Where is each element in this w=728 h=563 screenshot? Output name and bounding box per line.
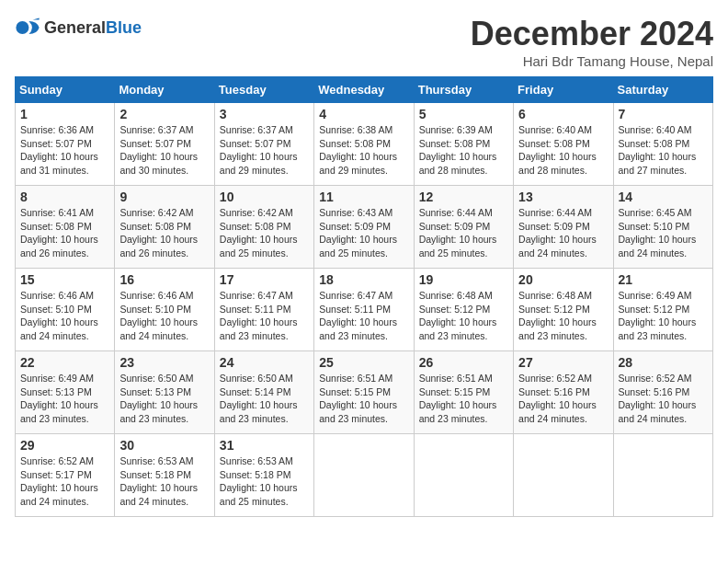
day-info: Sunrise: 6:46 AM Sunset: 5:10 PM Dayligh…	[20, 289, 109, 343]
sunrise-text: Sunrise: 6:53 AM	[220, 455, 293, 466]
sunset-text: Sunset: 5:08 PM	[119, 221, 191, 232]
sunrise-text: Sunrise: 6:40 AM	[518, 124, 592, 135]
calendar-week-row: 22 Sunrise: 6:49 AM Sunset: 5:13 PM Dayl…	[16, 351, 713, 434]
sunset-text: Sunset: 5:10 PM	[119, 304, 191, 315]
calendar-week-row: 15 Sunrise: 6:46 AM Sunset: 5:10 PM Dayl…	[16, 269, 713, 351]
day-number: 20	[518, 272, 608, 287]
day-number: 28	[619, 355, 708, 370]
sunset-text: Sunset: 5:10 PM	[20, 304, 92, 315]
sunset-text: Sunset: 5:10 PM	[619, 221, 690, 232]
sunrise-text: Sunrise: 6:53 AM	[119, 455, 193, 466]
sunrise-text: Sunrise: 6:40 AM	[619, 124, 692, 135]
sunset-text: Sunset: 5:12 PM	[518, 304, 590, 315]
day-number: 11	[319, 190, 408, 204]
day-number: 25	[319, 355, 408, 370]
sunset-text: Sunset: 5:08 PM	[220, 221, 291, 232]
sunset-text: Sunset: 5:17 PM	[20, 469, 92, 480]
calendar-cell: 30 Sunrise: 6:53 AM Sunset: 5:18 PM Dayl…	[115, 434, 214, 517]
sunrise-text: Sunrise: 6:42 AM	[119, 207, 193, 218]
sunset-text: Sunset: 5:12 PM	[419, 304, 491, 315]
sunset-text: Sunset: 5:12 PM	[619, 304, 690, 315]
day-number: 17	[220, 272, 309, 287]
sunrise-text: Sunrise: 6:38 AM	[319, 124, 392, 135]
sunset-text: Sunset: 5:18 PM	[220, 469, 291, 480]
sunrise-text: Sunrise: 6:45 AM	[619, 207, 692, 218]
calendar-table: Sunday Monday Tuesday Wednesday Thursday…	[15, 76, 713, 517]
daylight-text: Daylight: 10 hours and 31 minutes.	[20, 151, 98, 176]
sunrise-text: Sunrise: 6:51 AM	[319, 373, 392, 384]
day-number: 27	[518, 355, 608, 370]
day-number: 10	[220, 190, 309, 204]
sunset-text: Sunset: 5:09 PM	[518, 221, 590, 232]
daylight-text: Daylight: 10 hours and 28 minutes.	[518, 151, 597, 176]
sunrise-text: Sunrise: 6:49 AM	[619, 290, 692, 301]
day-info: Sunrise: 6:51 AM Sunset: 5:15 PM Dayligh…	[319, 372, 408, 426]
day-number: 30	[119, 438, 209, 453]
day-number: 18	[319, 272, 408, 287]
sunrise-text: Sunrise: 6:52 AM	[518, 373, 592, 384]
day-number: 12	[419, 190, 508, 204]
daylight-text: Daylight: 10 hours and 24 minutes.	[619, 399, 697, 424]
sunset-text: Sunset: 5:15 PM	[319, 386, 391, 397]
sunset-text: Sunset: 5:11 PM	[220, 304, 291, 315]
calendar-cell: 31 Sunrise: 6:53 AM Sunset: 5:18 PM Dayl…	[214, 434, 313, 517]
calendar-cell: 4 Sunrise: 6:38 AM Sunset: 5:08 PM Dayli…	[314, 103, 414, 186]
header: GeneralBlue December 2024 Hari Bdr Taman…	[15, 15, 713, 69]
sunrise-text: Sunrise: 6:46 AM	[20, 290, 94, 301]
day-number: 6	[518, 107, 608, 121]
sunset-text: Sunset: 5:08 PM	[319, 138, 391, 149]
calendar-cell: 12 Sunrise: 6:44 AM Sunset: 5:09 PM Dayl…	[414, 186, 513, 269]
day-number: 26	[419, 355, 508, 370]
day-number: 14	[619, 190, 708, 204]
day-info: Sunrise: 6:48 AM Sunset: 5:12 PM Dayligh…	[419, 289, 508, 343]
calendar-cell: 11 Sunrise: 6:43 AM Sunset: 5:09 PM Dayl…	[314, 186, 414, 269]
sunset-text: Sunset: 5:07 PM	[20, 138, 92, 149]
day-info: Sunrise: 6:39 AM Sunset: 5:08 PM Dayligh…	[419, 123, 508, 178]
daylight-text: Daylight: 10 hours and 23 minutes.	[20, 399, 98, 424]
logo: GeneralBlue	[15, 15, 142, 40]
calendar-cell: 13 Sunrise: 6:44 AM Sunset: 5:09 PM Dayl…	[514, 186, 613, 269]
calendar-cell: 28 Sunrise: 6:52 AM Sunset: 5:16 PM Dayl…	[613, 351, 712, 434]
daylight-text: Daylight: 10 hours and 23 minutes.	[419, 399, 497, 424]
sunset-text: Sunset: 5:13 PM	[20, 386, 92, 397]
daylight-text: Daylight: 10 hours and 24 minutes.	[518, 399, 597, 424]
day-info: Sunrise: 6:43 AM Sunset: 5:09 PM Dayligh…	[319, 206, 408, 260]
calendar-cell: 17 Sunrise: 6:47 AM Sunset: 5:11 PM Dayl…	[214, 269, 313, 351]
calendar-cell: 8 Sunrise: 6:41 AM Sunset: 5:08 PM Dayli…	[16, 186, 115, 269]
day-info: Sunrise: 6:40 AM Sunset: 5:08 PM Dayligh…	[518, 123, 608, 178]
day-info: Sunrise: 6:51 AM Sunset: 5:15 PM Dayligh…	[419, 372, 508, 426]
header-thursday: Thursday	[414, 77, 513, 103]
sunrise-text: Sunrise: 6:51 AM	[419, 373, 493, 384]
daylight-text: Daylight: 10 hours and 27 minutes.	[619, 151, 697, 176]
calendar-cell: 22 Sunrise: 6:49 AM Sunset: 5:13 PM Dayl…	[16, 351, 115, 434]
day-number: 2	[119, 107, 209, 121]
calendar-cell: 15 Sunrise: 6:46 AM Sunset: 5:10 PM Dayl…	[16, 269, 115, 351]
day-info: Sunrise: 6:50 AM Sunset: 5:14 PM Dayligh…	[220, 372, 309, 426]
daylight-text: Daylight: 10 hours and 24 minutes.	[119, 482, 198, 507]
sunrise-text: Sunrise: 6:47 AM	[319, 290, 392, 301]
daylight-text: Daylight: 10 hours and 29 minutes.	[220, 151, 298, 176]
daylight-text: Daylight: 10 hours and 26 minutes.	[20, 234, 98, 259]
daylight-text: Daylight: 10 hours and 23 minutes.	[220, 316, 298, 341]
sunset-text: Sunset: 5:11 PM	[319, 304, 391, 315]
calendar-cell: 24 Sunrise: 6:50 AM Sunset: 5:14 PM Dayl…	[214, 351, 313, 434]
svg-point-0	[16, 21, 28, 34]
day-info: Sunrise: 6:47 AM Sunset: 5:11 PM Dayligh…	[220, 289, 309, 343]
calendar-cell: 19 Sunrise: 6:48 AM Sunset: 5:12 PM Dayl…	[414, 269, 513, 351]
daylight-text: Daylight: 10 hours and 23 minutes.	[119, 399, 198, 424]
day-info: Sunrise: 6:41 AM Sunset: 5:08 PM Dayligh…	[20, 206, 109, 260]
sunrise-text: Sunrise: 6:39 AM	[419, 124, 493, 135]
header-sunday: Sunday	[16, 77, 115, 103]
sunrise-text: Sunrise: 6:37 AM	[119, 124, 193, 135]
calendar-cell: 14 Sunrise: 6:45 AM Sunset: 5:10 PM Dayl…	[613, 186, 712, 269]
day-info: Sunrise: 6:38 AM Sunset: 5:08 PM Dayligh…	[319, 123, 408, 178]
sunset-text: Sunset: 5:08 PM	[419, 138, 491, 149]
daylight-text: Daylight: 10 hours and 25 minutes.	[220, 482, 298, 507]
day-info: Sunrise: 6:52 AM Sunset: 5:16 PM Dayligh…	[518, 372, 608, 426]
day-info: Sunrise: 6:52 AM Sunset: 5:17 PM Dayligh…	[20, 454, 109, 509]
day-info: Sunrise: 6:37 AM Sunset: 5:07 PM Dayligh…	[220, 123, 309, 178]
sunrise-text: Sunrise: 6:41 AM	[20, 207, 94, 218]
calendar-header-row: Sunday Monday Tuesday Wednesday Thursday…	[16, 77, 713, 103]
calendar-cell	[414, 434, 513, 517]
calendar-cell: 21 Sunrise: 6:49 AM Sunset: 5:12 PM Dayl…	[613, 269, 712, 351]
